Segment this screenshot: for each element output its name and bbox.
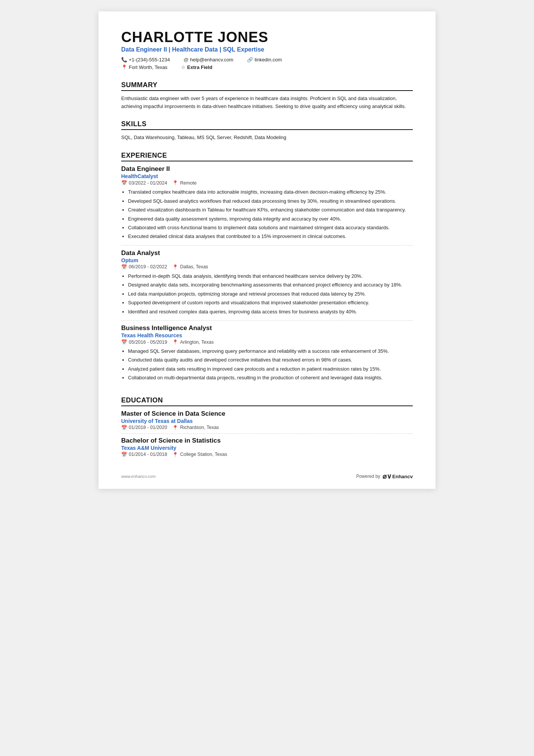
candidate-title: Data Engineer II | Healthcare Data | SQL… [121, 46, 413, 53]
pin-icon-edu-1: 📍 [172, 425, 178, 430]
job-dates-1: 📅 03/2022 - 01/2024 [121, 180, 167, 186]
location-contact: 📍 Fort Worth, Texas [121, 64, 167, 70]
calendar-icon-edu-2: 📅 [121, 452, 127, 457]
phone-number: +1-(234)-555-1234 [129, 57, 170, 63]
edu-location-2: 📍 College Station, Texas [172, 452, 227, 457]
contact-row-2: 📍 Fort Worth, Texas ☆ Extra Field [121, 64, 413, 71]
education-title: EDUCATION [121, 396, 413, 406]
extra-field-text: Extra Field [187, 64, 212, 70]
company-3: Texas Health Resources [121, 332, 413, 338]
job-location-2: 📍 Dallas, Texas [172, 264, 208, 270]
job-title-2: Data Analyst [121, 249, 413, 257]
job-bullets-2: Performed in-depth SQL data analysis, id… [121, 272, 413, 316]
edu-utd: Master of Science in Data Science Univer… [121, 410, 413, 434]
school-1: University of Texas at Dallas [121, 418, 413, 424]
email-address: help@enhancv.com [190, 57, 233, 63]
skills-text: SQL, Data Warehousing, Tableau, MS SQL S… [121, 134, 413, 142]
extra-field-contact: ☆ Extra Field [181, 64, 212, 70]
summary-section: SUMMARY Enthusiastic data engineer with … [121, 81, 413, 111]
job-title-3: Business Intelligence Analyst [121, 324, 413, 332]
location-text: Fort Worth, Texas [129, 64, 167, 70]
logo-icon: ⌀∨ [383, 472, 392, 481]
job-location-1: 📍 Remote [172, 180, 197, 186]
education-section: EDUCATION Master of Science in Data Scie… [121, 396, 413, 460]
edu-tamu: Bachelor of Science in Statistics Texas … [121, 437, 413, 460]
powered-by-text: Powered by [356, 474, 380, 479]
bullet-1-2: Developed SQL-based analytics workflows … [128, 197, 413, 205]
phone-contact: 📞 +1-(234)-555-1234 [121, 57, 170, 63]
degree-2: Bachelor of Science in Statistics [121, 437, 413, 445]
job-texas-health: Business Intelligence Analyst Texas Heal… [121, 324, 413, 387]
pin-icon-2: 📍 [172, 264, 178, 270]
company-1: HealthCatalyst [121, 173, 413, 179]
star-icon: ☆ [181, 64, 186, 70]
link-icon: 🔗 [247, 57, 253, 63]
bullet-1-3: Created visualization dashboards in Tabl… [128, 206, 413, 214]
bullet-3-1: Managed SQL Server databases, improving … [128, 347, 413, 355]
bullet-3-4: Collaborated on multi-departmental data … [128, 374, 413, 382]
bullet-3-3: Analyzed patient data sets resulting in … [128, 365, 413, 373]
bullet-2-4: Supported development of custom reports … [128, 299, 413, 307]
resume-page: CHARLOTTE JONES Data Engineer II | Healt… [98, 11, 436, 489]
job-optum: Data Analyst Optum 📅 06/2019 - 02/2022 📍… [121, 249, 413, 321]
calendar-icon-1: 📅 [121, 180, 127, 186]
edu-location-1: 📍 Richardson, Texas [172, 425, 219, 430]
bullet-1-4: Engineered data quality assessment syste… [128, 215, 413, 223]
website-contact: 🔗 linkedin.com [247, 57, 282, 63]
calendar-icon-edu-1: 📅 [121, 425, 127, 430]
page-footer: www.enhancv.com Powered by ⌀∨ Enhancv [121, 472, 413, 481]
school-2: Texas A&M University [121, 445, 413, 451]
edu-meta-1: 📅 01/2018 - 01/2020 📍 Richardson, Texas [121, 425, 413, 430]
skills-title: SKILLS [121, 120, 413, 130]
job-location-3: 📍 Arlington, Texas [172, 339, 214, 345]
job-meta-1: 📅 03/2022 - 01/2024 📍 Remote [121, 180, 413, 186]
contact-row-1: 📞 +1-(234)-555-1234 @ help@enhancv.com 🔗… [121, 57, 413, 64]
email-icon: @ [184, 57, 189, 63]
bullet-1-5: Collaborated with cross-functional teams… [128, 224, 413, 232]
calendar-icon-3: 📅 [121, 339, 127, 345]
experience-section: EXPERIENCE Data Engineer II HealthCataly… [121, 152, 413, 387]
pin-icon-1: 📍 [172, 180, 178, 186]
company-2: Optum [121, 257, 413, 263]
footer-brand: Powered by ⌀∨ Enhancv [356, 472, 413, 481]
summary-title: SUMMARY [121, 81, 413, 91]
job-dates-3: 📅 05/2016 - 05/2019 [121, 339, 167, 345]
candidate-name: CHARLOTTE JONES [121, 30, 413, 45]
degree-1: Master of Science in Data Science [121, 410, 413, 418]
bullet-2-5: Identified and resolved complex data que… [128, 308, 413, 316]
edu-meta-2: 📅 01/2014 - 01/2018 📍 College Station, T… [121, 452, 413, 457]
edu-dates-1: 📅 01/2018 - 01/2020 [121, 425, 167, 430]
skills-section: SKILLS SQL, Data Warehousing, Tableau, M… [121, 120, 413, 142]
job-meta-2: 📅 06/2019 - 02/2022 📍 Dallas, Texas [121, 264, 413, 270]
experience-title: EXPERIENCE [121, 152, 413, 161]
bullet-2-3: Led data manipulation projects, optimizi… [128, 290, 413, 298]
phone-icon: 📞 [121, 57, 127, 63]
pin-icon-3: 📍 [172, 339, 178, 345]
bullet-1-1: Translated complex healthcare data into … [128, 188, 413, 196]
job-healthcatalyst: Data Engineer II HealthCatalyst 📅 03/202… [121, 165, 413, 246]
bullet-3-2: Conducted data quality audits and develo… [128, 356, 413, 364]
website-url: linkedin.com [255, 57, 282, 63]
job-title-1: Data Engineer II [121, 165, 413, 173]
job-meta-3: 📅 05/2016 - 05/2019 📍 Arlington, Texas [121, 339, 413, 345]
job-bullets-1: Translated complex healthcare data into … [121, 188, 413, 241]
email-contact: @ help@enhancv.com [184, 57, 233, 63]
location-icon: 📍 [121, 64, 127, 70]
pin-icon-edu-2: 📍 [172, 452, 178, 457]
bullet-2-2: Designed analytic data sets, incorporati… [128, 281, 413, 289]
job-dates-2: 📅 06/2019 - 02/2022 [121, 264, 167, 270]
header-section: CHARLOTTE JONES Data Engineer II | Healt… [121, 30, 413, 71]
footer-website: www.enhancv.com [121, 474, 156, 479]
bullet-2-1: Performed in-depth SQL data analysis, id… [128, 272, 413, 280]
enhancv-logo: ⌀∨ Enhancv [383, 472, 413, 481]
brand-name: Enhancv [392, 474, 413, 479]
bullet-1-6: Executed detailed clinical data analyses… [128, 232, 413, 240]
edu-dates-2: 📅 01/2014 - 01/2018 [121, 452, 167, 457]
job-bullets-3: Managed SQL Server databases, improving … [121, 347, 413, 382]
calendar-icon-2: 📅 [121, 264, 127, 270]
summary-text: Enthusiastic data engineer with over 5 y… [121, 95, 413, 111]
